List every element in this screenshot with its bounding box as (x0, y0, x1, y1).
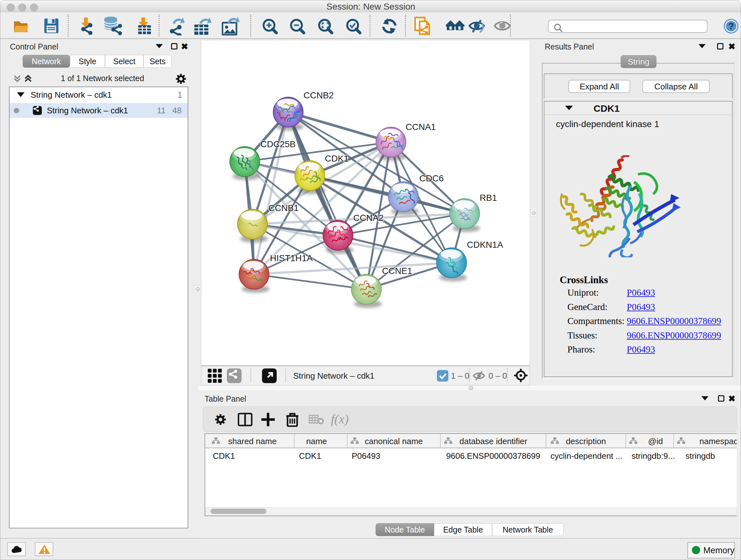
svg-text:CCNE1: CCNE1 (382, 266, 412, 276)
svg-text:CCNB1: CCNB1 (268, 203, 299, 213)
svg-text:CCNA1: CCNA1 (406, 122, 436, 132)
svg-text:CDKN1A: CDKN1A (467, 240, 503, 250)
svg-text:CDK1: CDK1 (325, 153, 349, 164)
svg-text:HIST1H1A: HIST1H1A (270, 253, 313, 263)
svg-text:CDC25B: CDC25B (260, 139, 295, 149)
svg-text:CCNA2: CCNA2 (353, 213, 384, 223)
svg-text:RB1: RB1 (480, 193, 497, 203)
svg-text:CDC6: CDC6 (419, 173, 444, 183)
svg-text:?: ? (728, 21, 734, 31)
svg-text:CCNB2: CCNB2 (304, 90, 334, 100)
